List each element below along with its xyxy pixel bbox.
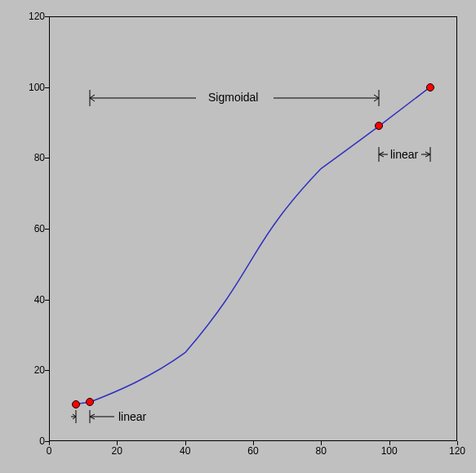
y-tick-label: 20 <box>20 364 45 376</box>
x-tick-label: 0 <box>37 445 61 457</box>
y-tick <box>45 370 49 371</box>
x-tick <box>49 441 50 445</box>
x-tick-label: 60 <box>241 445 265 457</box>
y-tick <box>45 158 49 158</box>
y-tick <box>45 229 49 230</box>
annotation-linear2-label: linear <box>390 148 418 161</box>
x-tick <box>457 441 458 445</box>
y-tick-label: 60 <box>20 223 45 234</box>
annotation-sigmoidal-label: Sigmoidal <box>208 91 258 104</box>
y-tick-label: 80 <box>20 152 45 163</box>
marker-p1 <box>72 400 80 408</box>
x-tick-label: 40 <box>173 445 198 457</box>
y-tick-label: 100 <box>20 82 45 93</box>
x-tick <box>185 441 186 445</box>
y-tick <box>45 300 49 301</box>
x-tick-label: 100 <box>377 445 402 457</box>
marker-p2 <box>86 398 94 406</box>
annotation-linear1-label: linear <box>118 410 146 423</box>
x-tick <box>389 441 390 445</box>
marker-p3 <box>375 122 383 130</box>
marker-p4 <box>426 83 434 91</box>
x-tick-label: 20 <box>105 445 129 457</box>
y-tick-label: 40 <box>20 294 45 306</box>
y-tick <box>45 16 49 17</box>
y-tick-label: 120 <box>20 11 45 22</box>
x-tick <box>253 441 254 445</box>
y-tick <box>45 87 49 88</box>
x-tick <box>117 441 118 445</box>
x-tick-label: 120 <box>445 445 469 457</box>
plot-area <box>49 16 457 441</box>
x-tick <box>321 441 322 445</box>
x-tick-label: 80 <box>309 445 333 457</box>
chart-container: 0 20 40 60 80 100 120 0 20 40 60 80 100 … <box>0 0 476 473</box>
